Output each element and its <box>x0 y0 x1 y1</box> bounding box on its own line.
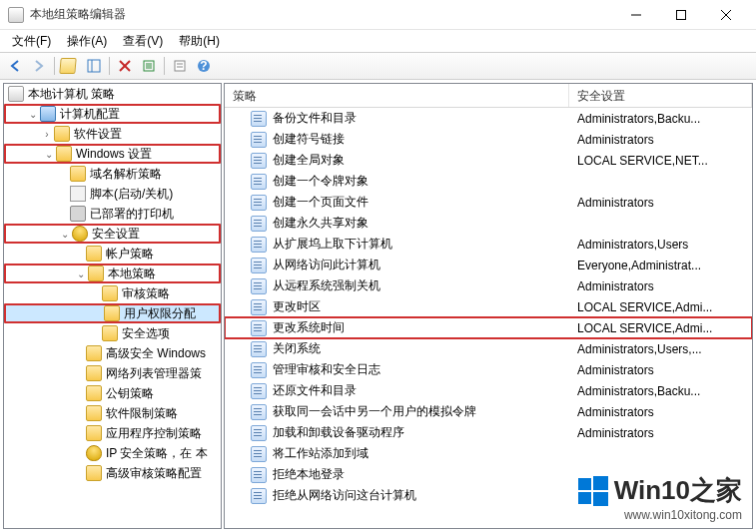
policy-row[interactable]: 加载和卸载设备驱动程序Administrators <box>225 422 752 443</box>
tree-pane[interactable]: 本地计算机 策略⌄计算机配置›软件设置⌄Windows 设置域名解析策略脚本(启… <box>3 83 222 529</box>
policy-row[interactable]: 管理审核和安全日志Administrators <box>225 359 752 380</box>
maximize-button[interactable] <box>658 0 703 30</box>
properties-button[interactable] <box>169 55 191 77</box>
policy-row[interactable]: 将工作站添加到域 <box>225 443 752 464</box>
folder-icon <box>86 465 102 481</box>
policy-row[interactable]: 创建永久共享对象 <box>225 213 752 234</box>
back-button[interactable] <box>4 55 26 77</box>
policy-security: Administrators,Backu... <box>569 384 752 398</box>
tree-item-label: 应用程序控制策略 <box>106 425 202 442</box>
policy-icon <box>251 132 267 148</box>
tree-item-label: 脚本(启动/关机) <box>90 186 173 203</box>
minimize-button[interactable] <box>613 0 658 30</box>
column-security[interactable]: 安全设置 <box>569 84 752 107</box>
no-expand-icon <box>56 187 70 201</box>
folder-icon <box>86 345 102 361</box>
title-bar: 本地组策略编辑器 <box>0 0 756 30</box>
toolbar-separator <box>164 57 165 75</box>
policy-icon <box>251 404 267 420</box>
policy-security: Administrators <box>569 196 752 210</box>
policy-name: 备份文件和目录 <box>273 110 357 127</box>
tree-item[interactable]: ⌄计算机配置 <box>4 104 221 124</box>
policy-row[interactable]: 创建一个令牌对象 <box>225 171 752 192</box>
policy-row[interactable]: 还原文件和目录Administrators,Backu... <box>225 380 752 401</box>
show-hide-tree-button[interactable] <box>83 55 105 77</box>
help-button[interactable]: ? <box>193 55 215 77</box>
forward-button[interactable] <box>28 55 50 77</box>
menu-action[interactable]: 操作(A) <box>59 31 115 52</box>
tree-item[interactable]: 高级审核策略配置 <box>4 463 221 483</box>
tree-item-label: 软件设置 <box>74 126 122 143</box>
policy-row[interactable]: 创建符号链接Administrators <box>225 129 752 150</box>
collapse-icon[interactable]: ⌄ <box>58 227 72 241</box>
tree-item-label: 安全设置 <box>92 226 140 243</box>
policy-row[interactable]: 从网络访问此计算机Everyone,Administrat... <box>225 255 752 275</box>
list-body[interactable]: 备份文件和目录Administrators,Backu...创建符号链接Admi… <box>225 108 752 528</box>
policy-row[interactable]: 备份文件和目录Administrators,Backu... <box>225 108 752 129</box>
policy-row[interactable]: 从远程系统强制关机Administrators <box>225 275 752 296</box>
tree-item-label: IP 安全策略，在 本 <box>106 445 208 462</box>
folder-icon <box>86 405 102 421</box>
policy-row[interactable]: 创建全局对象LOCAL SERVICE,NET... <box>225 150 752 171</box>
policy-row[interactable]: 获取同一会话中另一个用户的模拟令牌Administrators <box>225 401 752 422</box>
tree-item[interactable]: 帐户策略 <box>4 244 221 264</box>
delete-button[interactable] <box>114 55 136 77</box>
menu-help[interactable]: 帮助(H) <box>171 31 228 52</box>
tree-item[interactable]: 网络列表管理器策 <box>4 363 221 383</box>
folder-icon <box>102 325 118 341</box>
policy-security: LOCAL SERVICE,Admi... <box>569 300 752 314</box>
svg-rect-9 <box>175 61 185 71</box>
expand-icon[interactable]: › <box>40 127 54 141</box>
policy-row[interactable]: 关闭系统Administrators,Users,... <box>225 338 752 359</box>
menu-view[interactable]: 查看(V) <box>115 31 171 52</box>
tree-item[interactable]: 公钥策略 <box>4 383 221 403</box>
policy-row[interactable]: 创建一个页面文件Administrators <box>225 192 752 213</box>
tree-item[interactable]: 域名解析策略 <box>4 164 221 184</box>
policy-security: Administrators <box>569 279 752 293</box>
policy-icon <box>251 446 267 462</box>
policy-row[interactable]: 更改系统时间LOCAL SERVICE,Admi... <box>225 317 752 338</box>
policy-name: 更改系统时间 <box>273 319 345 336</box>
folder-up-icon <box>59 58 76 74</box>
tree-item[interactable]: 安全选项 <box>4 323 221 343</box>
shield-icon <box>72 226 88 242</box>
tree-item[interactable]: ⌄本地策略 <box>4 264 221 283</box>
policy-name: 拒绝从网络访问这台计算机 <box>273 487 416 504</box>
tree-item[interactable]: IP 安全策略，在 本 <box>4 443 221 463</box>
tree-item-label: 软件限制策略 <box>106 405 178 422</box>
policy-row[interactable]: 拒绝本地登录 <box>225 464 752 485</box>
close-button[interactable] <box>703 0 748 30</box>
no-expand-icon <box>56 207 70 221</box>
tree-root-item[interactable]: 本地计算机 策略 <box>4 84 221 104</box>
tree-item[interactable]: 已部署的打印机 <box>4 204 221 224</box>
main-split: 本地计算机 策略⌄计算机配置›软件设置⌄Windows 设置域名解析策略脚本(启… <box>0 80 756 532</box>
tree-item[interactable]: ⌄Windows 设置 <box>4 144 221 164</box>
folder-icon <box>86 246 102 262</box>
policy-name: 管理审核和安全日志 <box>273 361 380 378</box>
tree-item[interactable]: 用户权限分配 <box>4 303 221 323</box>
folder-icon <box>88 266 104 281</box>
collapse-icon[interactable]: ⌄ <box>26 107 40 121</box>
column-policy[interactable]: 策略 <box>225 84 569 107</box>
tree-item[interactable]: ›软件设置 <box>4 124 221 144</box>
toolbar-separator <box>109 57 110 75</box>
tree-item-label: 已部署的打印机 <box>90 206 174 223</box>
menu-file[interactable]: 文件(F) <box>4 31 59 52</box>
tree-item[interactable]: 软件限制策略 <box>4 403 221 423</box>
tree-item[interactable]: 应用程序控制策略 <box>4 423 221 443</box>
policy-row[interactable]: 拒绝从网络访问这台计算机 <box>225 485 752 506</box>
no-expand-icon <box>72 446 86 460</box>
up-button[interactable] <box>59 55 81 77</box>
policy-icon <box>251 174 267 190</box>
tree-item[interactable]: 脚本(启动/关机) <box>4 184 221 204</box>
collapse-icon[interactable]: ⌄ <box>74 266 88 280</box>
policy-icon <box>251 195 267 211</box>
policy-row[interactable]: 更改时区LOCAL SERVICE,Admi... <box>225 296 752 317</box>
policy-row[interactable]: 从扩展坞上取下计算机Administrators,Users <box>225 234 752 255</box>
tree-item[interactable]: ⌄安全设置 <box>4 224 221 244</box>
tree-item[interactable]: 审核策略 <box>4 283 221 303</box>
window-title: 本地组策略编辑器 <box>30 6 613 23</box>
collapse-icon[interactable]: ⌄ <box>42 147 56 161</box>
tree-item[interactable]: 高级安全 Windows <box>4 343 221 363</box>
export-list-button[interactable] <box>138 55 160 77</box>
